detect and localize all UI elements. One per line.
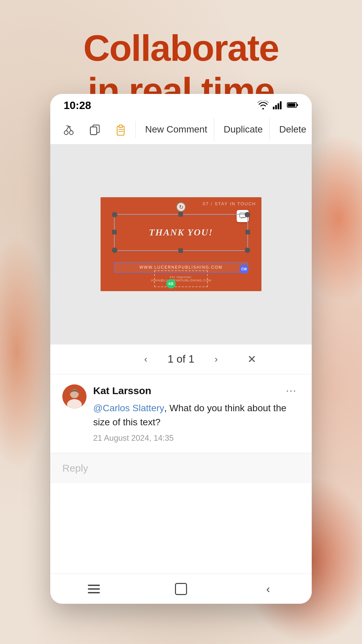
svg-rect-1: [275, 105, 277, 109]
nav-bar: ‹: [50, 574, 312, 604]
canvas-area: 07 / STAY IN TOUCH ↻: [50, 145, 312, 344]
small-text-line1: For Inquiries:: [170, 275, 192, 279]
new-comment-button[interactable]: New Comment: [138, 118, 214, 141]
close-pagination-button[interactable]: ✕: [247, 353, 256, 366]
duplicate-button[interactable]: Duplicate: [217, 118, 270, 141]
toolbar: New Comment Duplicate Delete: [50, 114, 312, 145]
wifi-icon: [257, 101, 269, 111]
nav-menu-button[interactable]: [80, 579, 107, 599]
status-icons: [257, 101, 298, 111]
comment-item: Kat Larsson ⋯ @Carlos Slattery, What do …: [50, 374, 312, 453]
nav-lines-icon: [88, 585, 100, 593]
small-element[interactable]: For Inquiries: JOHN@LUCERNEPUBLISHING.CO…: [154, 270, 208, 287]
cut-button[interactable]: [57, 118, 80, 141]
comment-menu-button[interactable]: ⋯: [282, 384, 300, 397]
reply-bar[interactable]: Reply: [50, 453, 312, 483]
comment-author: Kat Larsson: [93, 385, 151, 396]
selected-element[interactable]: ↻ THANK YOU!: [114, 214, 248, 251]
comment-timestamp: 21 August 2024, 14:35: [93, 433, 300, 443]
handle-top-center[interactable]: [178, 212, 183, 217]
svg-line-9: [66, 126, 69, 130]
comment-header: Kat Larsson ⋯: [93, 384, 300, 397]
nav-back-arrow-icon: ‹: [266, 582, 270, 595]
handle-mid-right[interactable]: [245, 230, 250, 234]
prev-page-button[interactable]: ‹: [137, 351, 154, 368]
svg-rect-16: [119, 125, 122, 127]
signal-icon: [273, 101, 283, 111]
comment-body: Kat Larsson ⋯ @Carlos Slattery, What do …: [93, 384, 300, 443]
svg-rect-5: [288, 103, 295, 107]
handle-mid-left[interactable]: [112, 230, 117, 234]
small-text-line2: JOHN@LUCERNEPUBLISHING.COM: [151, 279, 212, 282]
paste-button[interactable]: [109, 118, 133, 141]
comment-mention[interactable]: @Carlos Slattery: [93, 403, 164, 413]
status-bar: 10:28: [50, 94, 312, 114]
pagination-display: 1 of 1: [168, 353, 194, 365]
pagination-bar: ‹ 1 of 1 › ✕: [50, 344, 312, 374]
reply-input[interactable]: Reply: [62, 463, 300, 474]
rotate-handle[interactable]: ↻: [176, 202, 186, 212]
status-time: 10:28: [64, 99, 91, 112]
battery-icon: [287, 102, 298, 110]
url-text: WWW.LUCERNEPUBLISHING.COM: [139, 265, 223, 270]
handle-bot-left[interactable]: [112, 248, 117, 253]
svg-rect-3: [280, 101, 282, 109]
svg-point-7: [64, 130, 68, 134]
svg-rect-0: [273, 107, 275, 109]
slide-content: 07 / STAY IN TOUCH ↻: [101, 197, 261, 291]
next-page-button[interactable]: ›: [208, 351, 225, 368]
nav-home-button[interactable]: [168, 579, 194, 599]
copy-button[interactable]: [83, 118, 107, 141]
nav-line-1: [88, 585, 100, 586]
thank-you-text: THANK YOU!: [117, 217, 245, 248]
heading-line1: Collaborate: [0, 27, 362, 69]
handle-top-right[interactable]: [245, 212, 250, 217]
nav-back-button[interactable]: ‹: [255, 579, 282, 599]
nav-square-icon: [175, 583, 187, 595]
svg-point-8: [69, 130, 73, 134]
handle-bot-right[interactable]: [245, 248, 250, 253]
nav-line-3: [88, 592, 100, 593]
phone-mockup: 10:28: [50, 94, 312, 604]
svg-rect-6: [297, 104, 298, 106]
nav-line-2: [88, 588, 100, 590]
toolbar-divider-1: [135, 121, 136, 138]
handle-bot-center[interactable]: [178, 248, 183, 253]
slide-label: 07 / STAY IN TOUCH: [203, 201, 256, 206]
comment-text: @Carlos Slattery, What do you think abou…: [93, 401, 300, 429]
delete-button[interactable]: Delete: [273, 118, 312, 141]
comment-avatar: [62, 384, 86, 409]
svg-rect-2: [278, 103, 279, 109]
svg-rect-13: [90, 127, 97, 135]
comment-section: Kat Larsson ⋯ @Carlos Slattery, What do …: [50, 374, 312, 574]
